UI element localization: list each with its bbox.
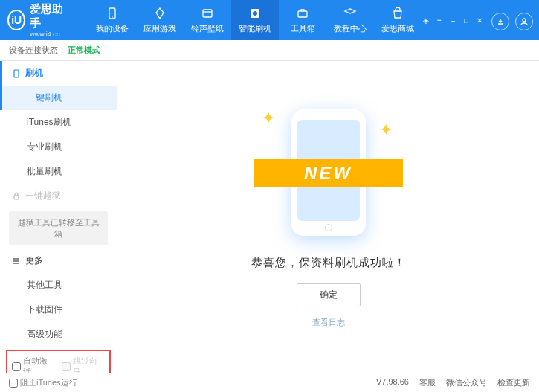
sparkle-icon	[379, 121, 398, 140]
status-value: 正常模式	[68, 45, 100, 56]
minimize-icon[interactable]: –	[448, 16, 457, 25]
checkbox-block-itunes[interactable]: 阻止iTunes运行	[9, 377, 77, 388]
nav-tutorials[interactable]: 教程中心	[326, 0, 374, 40]
nav-flash[interactable]: 智能刷机	[231, 0, 279, 40]
sidebar-section-jailbreak: 一键越狱	[0, 184, 117, 208]
sidebar-item-oneclick-flash[interactable]: 一键刷机	[0, 86, 117, 110]
flash-icon	[248, 6, 262, 21]
user-button[interactable]	[515, 13, 533, 30]
success-message: 恭喜您，保资料刷机成功啦！	[251, 256, 406, 270]
sidebar: 刷机 一键刷机 iTunes刷机 专业刷机 批量刷机 一键越狱 越狱工具已转移至…	[0, 61, 117, 373]
nav-store[interactable]: 爱思商城	[374, 0, 422, 40]
lock-icon	[12, 192, 21, 201]
sidebar-section-flash[interactable]: 刷机	[0, 61, 117, 86]
footer-bar: 阻止iTunes运行 V7.98.66 客服 微信公众号 检查更新	[0, 373, 539, 392]
apps-icon	[152, 6, 167, 21]
check-update-link[interactable]: 检查更新	[497, 377, 530, 388]
device-icon	[105, 6, 120, 21]
svg-rect-2	[203, 10, 212, 17]
main-content: NEW 恭喜您，保资料刷机成功啦！ 确定 查看日志	[117, 61, 539, 373]
svg-point-6	[523, 19, 526, 22]
success-illustration: NEW	[254, 106, 403, 240]
logo: iU 爱思助手 www.i4.cn	[7, 2, 68, 38]
menu-icon[interactable]: ≡	[435, 16, 444, 25]
app-url: www.i4.cn	[30, 30, 68, 38]
nav-toolbox[interactable]: 工具箱	[279, 0, 326, 40]
more-icon	[12, 257, 21, 266]
sidebar-item-download-firmware[interactable]: 下载固件	[0, 298, 117, 322]
status-label: 设备连接状态：	[9, 45, 66, 56]
sparkle-icon	[262, 109, 281, 128]
svg-point-1	[112, 16, 113, 18]
svg-rect-7	[14, 70, 19, 77]
new-badge: NEW	[254, 159, 403, 187]
nav-ringtones[interactable]: 铃声壁纸	[184, 0, 231, 40]
sidebar-section-more[interactable]: 更多	[0, 248, 117, 273]
sidebar-item-batch-flash[interactable]: 批量刷机	[0, 159, 117, 184]
wechat-link[interactable]: 微信公众号	[446, 377, 487, 388]
sidebar-item-advanced[interactable]: 高级功能	[0, 322, 117, 347]
ok-button[interactable]: 确定	[297, 283, 361, 306]
maximize-icon[interactable]: □	[462, 16, 471, 25]
top-nav: 我的设备 应用游戏 铃声壁纸 智能刷机 工具箱 教程中心 爱思商城	[88, 0, 422, 40]
svg-rect-5	[298, 11, 307, 17]
download-button[interactable]	[491, 13, 509, 30]
close-icon[interactable]: ✕	[475, 16, 484, 25]
toolbox-icon	[295, 6, 310, 21]
svg-rect-8	[14, 196, 19, 199]
nav-my-device[interactable]: 我的设备	[88, 0, 136, 40]
nav-apps[interactable]: 应用游戏	[136, 0, 184, 40]
sidebar-item-pro-flash[interactable]: 专业刷机	[0, 135, 117, 159]
flash-section-icon	[12, 69, 21, 78]
svg-point-4	[253, 11, 257, 16]
sidebar-item-itunes-flash[interactable]: iTunes刷机	[0, 110, 117, 135]
version-label: V7.98.66	[376, 377, 409, 388]
sidebar-item-other-tools[interactable]: 其他工具	[0, 273, 117, 298]
activation-options: 自动激活 跳过向导	[6, 350, 111, 373]
app-header: iU 爱思助手 www.i4.cn 我的设备 应用游戏 铃声壁纸 智能刷机 工具…	[0, 0, 539, 40]
tutorial-icon	[343, 6, 358, 21]
skin-icon[interactable]: ◈	[422, 16, 430, 25]
store-icon	[390, 6, 405, 21]
jailbreak-note: 越狱工具已转移至工具箱	[9, 211, 108, 245]
ringtone-icon	[200, 6, 215, 21]
checkbox-auto-activate[interactable]: 自动激活	[12, 356, 56, 373]
logo-icon: iU	[7, 10, 25, 30]
support-link[interactable]: 客服	[419, 377, 436, 388]
view-log-link[interactable]: 查看日志	[312, 317, 345, 328]
app-title: 爱思助手	[30, 2, 68, 30]
window-controls: ◈ ≡ – □ ✕	[422, 16, 484, 25]
status-bar: 设备连接状态： 正常模式	[0, 40, 539, 61]
checkbox-skip-setup[interactable]: 跳过向导	[62, 356, 106, 373]
